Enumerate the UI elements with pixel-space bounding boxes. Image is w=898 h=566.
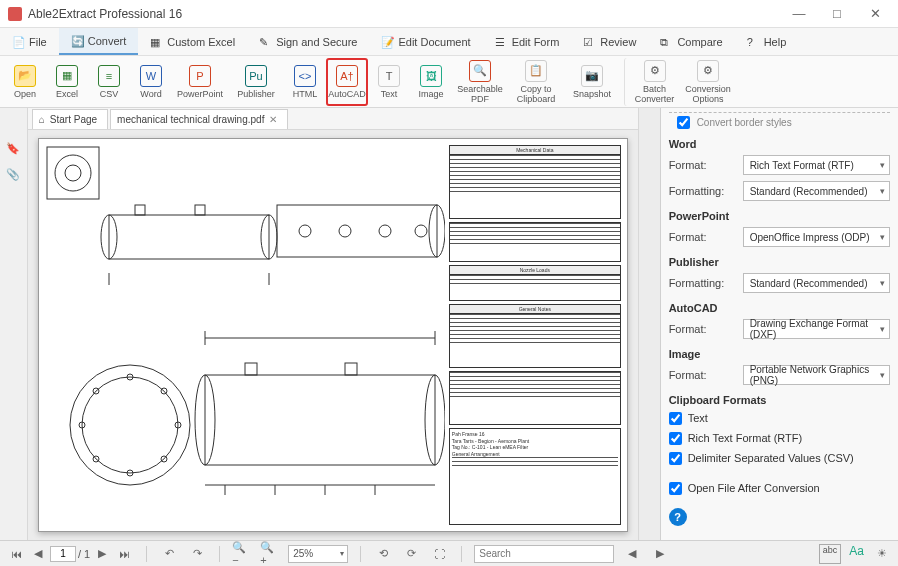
first-page-button[interactable]: ⏮	[6, 544, 26, 564]
home-icon: ⌂	[39, 114, 45, 125]
menu-help[interactable]: ?Help	[735, 28, 799, 55]
clipboard-text-checkbox[interactable]	[669, 412, 682, 425]
publisher-formatting-select[interactable]: Standard (Recommended)	[743, 273, 890, 293]
document-tabs: ⌂Start Page mechanical technical drawing…	[28, 108, 638, 130]
tab-start-page[interactable]: ⌂Start Page	[32, 109, 108, 129]
folder-icon: 📂	[14, 65, 36, 87]
bookmarks-button[interactable]: 🔖	[3, 138, 23, 158]
tool-powerpoint[interactable]: PPowerPoint	[172, 58, 228, 106]
tool-text[interactable]: TText	[368, 58, 410, 106]
rotate-right-button[interactable]: ⟳	[401, 544, 421, 564]
help-badge[interactable]: ?	[669, 508, 687, 526]
powerpoint-format-select[interactable]: OpenOffice Impress (ODP)	[743, 227, 890, 247]
image-format-select[interactable]: Portable Network Graphics (PNG)	[743, 365, 890, 385]
zoom-in-button[interactable]: 🔍+	[260, 544, 280, 564]
section-clipboard: Clipboard Formats	[669, 394, 890, 406]
tool-image[interactable]: 🖼Image	[410, 58, 452, 106]
edit-doc-icon: 📝	[381, 36, 393, 48]
tool-word[interactable]: WWord	[130, 58, 172, 106]
menu-review[interactable]: ☑Review	[571, 28, 648, 55]
search-input[interactable]	[474, 545, 614, 563]
svg-point-15	[415, 225, 427, 237]
svg-rect-30	[345, 363, 357, 375]
page-number-input[interactable]	[50, 546, 76, 562]
svg-rect-3	[109, 215, 269, 259]
minimize-button[interactable]: —	[784, 4, 814, 24]
close-window-button[interactable]: ✕	[860, 4, 890, 24]
menu-edit-form[interactable]: ☰Edit Form	[483, 28, 572, 55]
label-format: Format:	[669, 369, 737, 381]
close-tab-button[interactable]: ✕	[269, 114, 277, 125]
tool-searchable-pdf[interactable]: 🔍Searchable PDF	[452, 58, 508, 106]
case-aa-toggle[interactable]: Aa	[849, 544, 864, 564]
menu-sign-secure[interactable]: ✎Sign and Secure	[247, 28, 369, 55]
drawing-graphic	[45, 145, 445, 525]
svg-rect-10	[277, 205, 437, 257]
page-total: / 1	[78, 548, 90, 560]
tool-html[interactable]: <>HTML	[284, 58, 326, 106]
mech-data-header: Mechanical Data	[450, 146, 620, 155]
gear-icon: ⚙	[697, 60, 719, 82]
menu-file[interactable]: 📄File	[0, 28, 59, 55]
theme-toggle[interactable]: ☀	[872, 544, 892, 564]
case-abc-toggle[interactable]: abc	[819, 544, 842, 564]
zoom-select[interactable]: 25%	[288, 545, 348, 563]
word-formatting-select[interactable]: Standard (Recommended)	[743, 181, 890, 201]
app-logo	[8, 7, 22, 21]
menu-edit-document[interactable]: 📝Edit Document	[369, 28, 482, 55]
compare-icon: ⧉	[660, 36, 672, 48]
word-icon: W	[140, 65, 162, 87]
word-format-select[interactable]: Rich Text Format (RTF)	[743, 155, 890, 175]
svg-rect-7	[195, 205, 205, 215]
tool-csv[interactable]: ≡CSV	[88, 58, 130, 106]
excel-icon: ▦	[56, 65, 78, 87]
search-next-button[interactable]: ▶	[650, 544, 670, 564]
open-after-label: Open File After Conversion	[688, 482, 820, 494]
form-icon: ☰	[495, 36, 507, 48]
tab-document[interactable]: mechanical technical drawing.pdf✕	[110, 109, 288, 129]
next-page-button[interactable]: ▶	[92, 544, 112, 564]
tool-open[interactable]: 📂Open	[4, 58, 46, 106]
menu-convert[interactable]: 🔄Convert	[59, 28, 139, 55]
tool-excel[interactable]: ▦Excel	[46, 58, 88, 106]
clipboard-rtf-checkbox[interactable]	[669, 432, 682, 445]
tool-snapshot[interactable]: 📷Snapshot	[564, 58, 620, 106]
open-after-checkbox[interactable]	[669, 482, 682, 495]
label-format: Format:	[669, 231, 737, 243]
zoom-out-button[interactable]: 🔍−	[232, 544, 252, 564]
svg-rect-29	[245, 363, 257, 375]
tool-conversion-options[interactable]: ⚙Conversion Options	[680, 58, 736, 106]
svg-point-2	[65, 165, 81, 181]
tool-copy-clipboard[interactable]: 📋Copy to Clipboard	[508, 58, 564, 106]
notes-header: General Notes	[450, 305, 620, 314]
help-icon: ?	[747, 36, 759, 48]
menu-compare[interactable]: ⧉Compare	[648, 28, 734, 55]
rotate-left-button[interactable]: ⟲	[373, 544, 393, 564]
batch-icon: ⚙	[644, 60, 666, 82]
search-prev-button[interactable]: ◀	[622, 544, 642, 564]
clipboard-csv-checkbox[interactable]	[669, 452, 682, 465]
undo-button[interactable]: ↶	[159, 544, 179, 564]
thumbnails-view-button[interactable]	[3, 112, 23, 132]
section-publisher: Publisher	[669, 256, 890, 268]
border-styles-checkbox[interactable]	[677, 116, 690, 129]
redo-button[interactable]: ↷	[187, 544, 207, 564]
last-page-button[interactable]: ⏭	[114, 544, 134, 564]
convert-icon: 🔄	[71, 35, 83, 47]
svg-rect-6	[135, 205, 145, 215]
app-title: Able2Extract Professional 16	[28, 7, 784, 21]
text-icon: T	[378, 65, 400, 87]
document-viewport[interactable]: Mechanical Data Nozzle Loads General Not…	[28, 130, 638, 540]
autocad-format-select[interactable]: Drawing Exchange Format (DXF)	[743, 319, 890, 339]
prev-page-button[interactable]: ◀	[28, 544, 48, 564]
tool-publisher[interactable]: PuPublisher	[228, 58, 284, 106]
tool-autocad[interactable]: A†AutoCAD	[326, 58, 368, 106]
menu-custom-excel[interactable]: ▦Custom Excel	[138, 28, 247, 55]
section-image: Image	[669, 348, 890, 360]
attachments-button[interactable]: 📎	[3, 164, 23, 184]
tool-batch-converter[interactable]: ⚙Batch Converter	[624, 58, 680, 106]
maximize-button[interactable]: □	[822, 4, 852, 24]
fit-page-button[interactable]: ⛶	[429, 544, 449, 564]
csv-icon: ≡	[98, 65, 120, 87]
side-panel-collapse[interactable]	[638, 108, 660, 540]
